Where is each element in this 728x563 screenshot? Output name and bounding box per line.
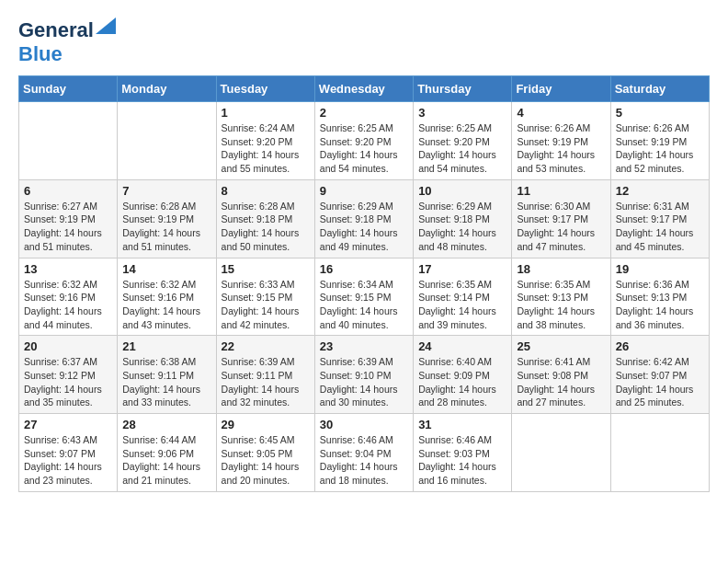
day-info: Sunrise: 6:27 AM Sunset: 9:19 PM Dayligh… [24,200,112,254]
day-number: 5 [616,106,704,120]
calendar-cell: 30Sunrise: 6:46 AM Sunset: 9:04 PM Dayli… [314,414,413,492]
day-info: Sunrise: 6:39 AM Sunset: 9:11 PM Dayligh… [222,355,310,409]
calendar-cell: 4Sunrise: 6:26 AM Sunset: 9:19 PM Daylig… [512,102,610,180]
calendar-cell: 17Sunrise: 6:35 AM Sunset: 9:14 PM Dayli… [414,258,512,336]
day-info: Sunrise: 6:26 AM Sunset: 9:19 PM Dayligh… [616,121,704,176]
logo-icon [96,17,116,34]
day-info: Sunrise: 6:37 AM Sunset: 9:12 PM Dayligh… [24,355,112,409]
calendar-cell [118,102,216,180]
day-number: 4 [517,106,605,120]
week-row-4: 20Sunrise: 6:37 AM Sunset: 9:12 PM Dayli… [19,336,710,414]
day-info: Sunrise: 6:26 AM Sunset: 9:19 PM Dayligh… [517,121,605,176]
week-row-2: 6Sunrise: 6:27 AM Sunset: 9:19 PM Daylig… [19,179,710,258]
day-info: Sunrise: 6:42 AM Sunset: 9:07 PM Dayligh… [616,355,704,409]
day-number: 21 [122,339,210,353]
day-info: Sunrise: 6:33 AM Sunset: 9:15 PM Dayligh… [222,278,310,332]
day-number: 16 [320,262,408,276]
weekday-header-row: SundayMondayTuesdayWednesdayThursdayFrid… [19,76,710,102]
calendar-cell: 14Sunrise: 6:32 AM Sunset: 9:16 PM Dayli… [118,258,216,336]
day-number: 7 [122,184,210,198]
day-number: 9 [320,184,408,198]
day-info: Sunrise: 6:44 AM Sunset: 9:06 PM Dayligh… [122,433,210,488]
day-info: Sunrise: 6:29 AM Sunset: 9:18 PM Dayligh… [320,200,408,254]
calendar-cell: 8Sunrise: 6:28 AM Sunset: 9:18 PM Daylig… [216,179,314,258]
day-info: Sunrise: 6:35 AM Sunset: 9:14 PM Dayligh… [418,278,506,332]
weekday-header-thursday: Thursday [414,76,512,102]
calendar-cell: 16Sunrise: 6:34 AM Sunset: 9:15 PM Dayli… [314,258,413,336]
day-number: 20 [24,339,112,353]
day-info: Sunrise: 6:38 AM Sunset: 9:11 PM Dayligh… [122,355,210,409]
day-number: 3 [418,106,506,120]
calendar-cell: 12Sunrise: 6:31 AM Sunset: 9:17 PM Dayli… [610,179,709,258]
logo-general-text: General [18,18,94,42]
weekday-header-tuesday: Tuesday [216,76,314,102]
calendar-cell: 22Sunrise: 6:39 AM Sunset: 9:11 PM Dayli… [216,336,314,414]
weekday-header-saturday: Saturday [610,76,709,102]
week-row-3: 13Sunrise: 6:32 AM Sunset: 9:16 PM Dayli… [19,258,710,336]
weekday-header-friday: Friday [512,76,610,102]
day-info: Sunrise: 6:39 AM Sunset: 9:10 PM Dayligh… [320,355,408,409]
logo: General Blue [18,18,116,66]
day-info: Sunrise: 6:34 AM Sunset: 9:15 PM Dayligh… [320,278,408,332]
day-number: 6 [24,184,112,198]
calendar-cell [19,102,118,180]
logo-blue-text: Blue [18,42,63,66]
day-number: 23 [320,339,408,353]
calendar-cell: 25Sunrise: 6:41 AM Sunset: 9:08 PM Dayli… [512,336,610,414]
day-number: 28 [122,418,210,431]
day-info: Sunrise: 6:43 AM Sunset: 9:07 PM Dayligh… [24,433,112,488]
day-number: 11 [517,184,605,198]
day-number: 13 [24,262,112,276]
calendar-cell: 18Sunrise: 6:35 AM Sunset: 9:13 PM Dayli… [512,258,610,336]
day-number: 8 [222,184,310,198]
day-info: Sunrise: 6:40 AM Sunset: 9:09 PM Dayligh… [418,355,506,409]
day-number: 10 [418,184,506,198]
calendar-cell: 19Sunrise: 6:36 AM Sunset: 9:13 PM Dayli… [610,258,709,336]
calendar-cell: 24Sunrise: 6:40 AM Sunset: 9:09 PM Dayli… [414,336,512,414]
day-info: Sunrise: 6:45 AM Sunset: 9:05 PM Dayligh… [222,433,310,488]
day-number: 22 [222,339,310,353]
day-number: 15 [222,262,310,276]
day-number: 17 [418,262,506,276]
calendar-cell: 11Sunrise: 6:30 AM Sunset: 9:17 PM Dayli… [512,179,610,258]
day-info: Sunrise: 6:28 AM Sunset: 9:19 PM Dayligh… [122,200,210,254]
calendar-cell: 23Sunrise: 6:39 AM Sunset: 9:10 PM Dayli… [314,336,413,414]
day-info: Sunrise: 6:28 AM Sunset: 9:18 PM Dayligh… [222,200,310,254]
week-row-5: 27Sunrise: 6:43 AM Sunset: 9:07 PM Dayli… [19,414,710,492]
day-number: 19 [616,262,704,276]
day-number: 29 [222,418,310,431]
calendar-table: SundayMondayTuesdayWednesdayThursdayFrid… [18,75,710,492]
day-info: Sunrise: 6:25 AM Sunset: 9:20 PM Dayligh… [320,121,408,176]
day-info: Sunrise: 6:31 AM Sunset: 9:17 PM Dayligh… [616,200,704,254]
day-number: 27 [24,418,112,431]
day-number: 26 [616,339,704,353]
calendar-cell: 9Sunrise: 6:29 AM Sunset: 9:18 PM Daylig… [314,179,413,258]
calendar-cell: 10Sunrise: 6:29 AM Sunset: 9:18 PM Dayli… [414,179,512,258]
calendar-cell: 26Sunrise: 6:42 AM Sunset: 9:07 PM Dayli… [610,336,709,414]
calendar-cell: 2Sunrise: 6:25 AM Sunset: 9:20 PM Daylig… [314,102,413,180]
calendar-cell: 6Sunrise: 6:27 AM Sunset: 9:19 PM Daylig… [19,179,118,258]
calendar-cell: 27Sunrise: 6:43 AM Sunset: 9:07 PM Dayli… [19,414,118,492]
day-info: Sunrise: 6:24 AM Sunset: 9:20 PM Dayligh… [222,121,310,176]
day-info: Sunrise: 6:32 AM Sunset: 9:16 PM Dayligh… [24,278,112,332]
day-info: Sunrise: 6:35 AM Sunset: 9:13 PM Dayligh… [517,278,605,332]
weekday-header-sunday: Sunday [19,76,118,102]
calendar-cell: 20Sunrise: 6:37 AM Sunset: 9:12 PM Dayli… [19,336,118,414]
day-number: 12 [616,184,704,198]
calendar-cell: 5Sunrise: 6:26 AM Sunset: 9:19 PM Daylig… [610,102,709,180]
day-info: Sunrise: 6:30 AM Sunset: 9:17 PM Dayligh… [517,200,605,254]
calendar-cell: 28Sunrise: 6:44 AM Sunset: 9:06 PM Dayli… [118,414,216,492]
calendar-cell: 29Sunrise: 6:45 AM Sunset: 9:05 PM Dayli… [216,414,314,492]
day-info: Sunrise: 6:41 AM Sunset: 9:08 PM Dayligh… [517,355,605,409]
calendar-cell: 15Sunrise: 6:33 AM Sunset: 9:15 PM Dayli… [216,258,314,336]
weekday-header-monday: Monday [118,76,216,102]
day-info: Sunrise: 6:29 AM Sunset: 9:18 PM Dayligh… [418,200,506,254]
calendar-cell: 21Sunrise: 6:38 AM Sunset: 9:11 PM Dayli… [118,336,216,414]
calendar-cell: 1Sunrise: 6:24 AM Sunset: 9:20 PM Daylig… [216,102,314,180]
calendar-cell [610,414,709,492]
day-info: Sunrise: 6:32 AM Sunset: 9:16 PM Dayligh… [122,278,210,332]
day-number: 24 [418,339,506,353]
day-info: Sunrise: 6:25 AM Sunset: 9:20 PM Dayligh… [418,121,506,176]
day-number: 1 [222,106,310,120]
day-info: Sunrise: 6:46 AM Sunset: 9:04 PM Dayligh… [320,433,408,488]
